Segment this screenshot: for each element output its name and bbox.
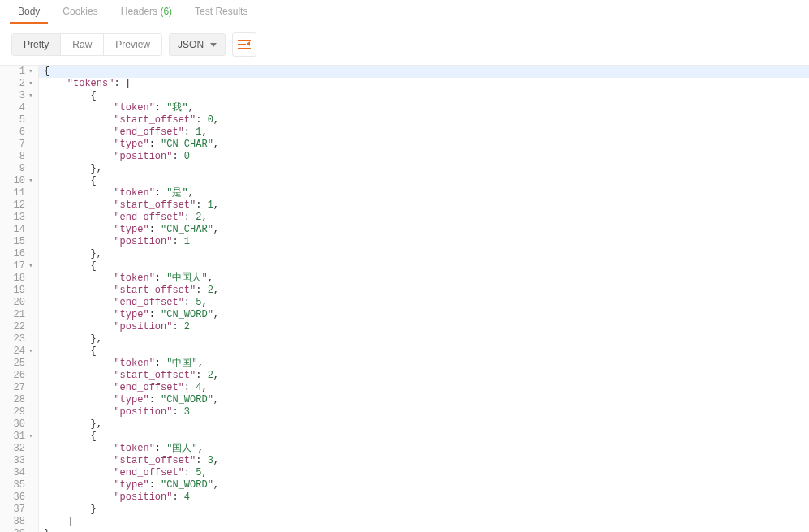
fold-icon[interactable]: ▾ <box>27 66 35 78</box>
code-line: 12 "start_offset": 1, <box>0 200 809 212</box>
view-raw[interactable]: Raw <box>61 34 104 55</box>
line-number: 6 <box>0 127 39 139</box>
fold-icon[interactable]: ▾ <box>27 260 35 272</box>
code-line: 38 ] <box>0 516 809 528</box>
code-line: 5 "start_offset": 0, <box>0 114 809 127</box>
line-number: 14 <box>0 224 39 236</box>
code-line: 24▾ { <box>0 345 809 358</box>
tab-body[interactable]: Body <box>10 0 48 24</box>
code-line: 39} <box>0 528 809 532</box>
line-number: 10▾ <box>0 175 39 187</box>
code-line: 7 "type": "CN_CHAR", <box>0 139 809 151</box>
line-number: 36 <box>0 491 39 504</box>
code-line: 32 "token": "国人", <box>0 443 809 455</box>
response-tabs: Body Cookies Headers (6) Test Results <box>0 0 809 24</box>
line-number: 21 <box>0 309 39 321</box>
code-line: 23 }, <box>0 333 809 345</box>
line-number: 29 <box>0 406 39 418</box>
code-line: 29 "position": 3 <box>0 406 809 418</box>
code-line: 20 "end_offset": 5, <box>0 297 809 309</box>
code-line: 25 "token": "中国", <box>0 358 809 370</box>
caret-down-icon <box>210 43 217 47</box>
code-line: 21 "type": "CN_WORD", <box>0 309 809 321</box>
code-line: 8 "position": 0 <box>0 151 809 163</box>
code-line: 34 "end_offset": 5, <box>0 467 809 479</box>
line-number: 16 <box>0 248 39 260</box>
code-line: 19 "start_offset": 2, <box>0 285 809 297</box>
tab-headers-count: (6) <box>160 6 172 17</box>
fold-icon[interactable]: ▾ <box>27 431 35 443</box>
line-number: 26 <box>0 370 39 382</box>
line-number: 3▾ <box>0 90 39 102</box>
line-number: 38 <box>0 516 39 528</box>
code-line: 16 }, <box>0 248 809 260</box>
line-number: 35 <box>0 479 39 491</box>
code-line: 3▾ { <box>0 90 809 102</box>
line-number: 11 <box>0 187 39 200</box>
code-line: 9 }, <box>0 163 809 175</box>
line-number: 34 <box>0 467 39 479</box>
code-line: 27 "end_offset": 4, <box>0 382 809 394</box>
wrap-icon <box>238 40 251 49</box>
code-line: 6 "end_offset": 1, <box>0 127 809 139</box>
code-line: 13 "end_offset": 2, <box>0 212 809 224</box>
line-number: 31▾ <box>0 431 39 443</box>
wrap-lines-button[interactable] <box>232 32 256 57</box>
line-number: 22 <box>0 321 39 333</box>
code-line: 18 "token": "中国人", <box>0 272 809 285</box>
view-pretty[interactable]: Pretty <box>12 34 61 55</box>
line-number: 25 <box>0 358 39 370</box>
line-number: 27 <box>0 382 39 394</box>
format-label: JSON <box>178 39 204 50</box>
line-number: 5 <box>0 114 39 127</box>
code-line: 28 "type": "CN_WORD", <box>0 394 809 406</box>
fold-icon[interactable]: ▾ <box>27 175 35 187</box>
line-number: 13 <box>0 212 39 224</box>
line-number: 17▾ <box>0 260 39 272</box>
line-number: 30 <box>0 418 39 431</box>
line-number: 20 <box>0 297 39 309</box>
line-number: 9 <box>0 163 39 175</box>
line-number: 39 <box>0 528 39 532</box>
code-line: 37 } <box>0 504 809 516</box>
response-toolbar: Pretty Raw Preview JSON <box>0 24 809 65</box>
line-number: 15 <box>0 236 39 248</box>
format-dropdown[interactable]: JSON <box>169 33 226 56</box>
code-line: 11 "token": "是", <box>0 187 809 200</box>
tab-cookies[interactable]: Cookies <box>54 0 105 24</box>
line-number: 18 <box>0 272 39 285</box>
code-line: 14 "type": "CN_CHAR", <box>0 224 809 236</box>
view-preview[interactable]: Preview <box>104 34 161 55</box>
fold-icon[interactable]: ▾ <box>27 78 35 90</box>
line-number: 28 <box>0 394 39 406</box>
tab-headers-label: Headers <box>121 6 157 17</box>
line-number: 24▾ <box>0 345 39 358</box>
line-number: 12 <box>0 200 39 212</box>
line-number: 7 <box>0 139 39 151</box>
code-line: 26 "start_offset": 2, <box>0 370 809 382</box>
line-number: 32 <box>0 443 39 455</box>
code-line: 30 }, <box>0 418 809 431</box>
code-line: 10▾ { <box>0 175 809 187</box>
fold-icon[interactable]: ▾ <box>27 90 35 102</box>
line-number: 19 <box>0 285 39 297</box>
code-line: 4 "token": "我", <box>0 102 809 114</box>
view-mode-group: Pretty Raw Preview <box>11 33 162 56</box>
code-line: 33 "start_offset": 3, <box>0 455 809 467</box>
code-line: 36 "position": 4 <box>0 491 809 504</box>
code-line: 31▾ { <box>0 431 809 443</box>
tab-headers[interactable]: Headers (6) <box>113 0 180 24</box>
line-number: 37 <box>0 504 39 516</box>
line-number: 8 <box>0 151 39 163</box>
line-number: 4 <box>0 102 39 114</box>
fold-icon[interactable]: ▾ <box>27 345 35 358</box>
code-line: 17▾ { <box>0 260 809 272</box>
line-number: 23 <box>0 333 39 345</box>
code-line: 35 "type": "CN_WORD", <box>0 479 809 491</box>
tab-test-results[interactable]: Test Results <box>187 0 256 24</box>
code-line: 2▾ "tokens": [ <box>0 78 809 90</box>
code-line: 22 "position": 2 <box>0 321 809 333</box>
line-number: 1▾ <box>0 66 39 78</box>
line-number: 33 <box>0 455 39 467</box>
response-body[interactable]: 1▾ { 2▾ "tokens": [ 3▾ { 4 "token": "我",… <box>0 65 809 532</box>
